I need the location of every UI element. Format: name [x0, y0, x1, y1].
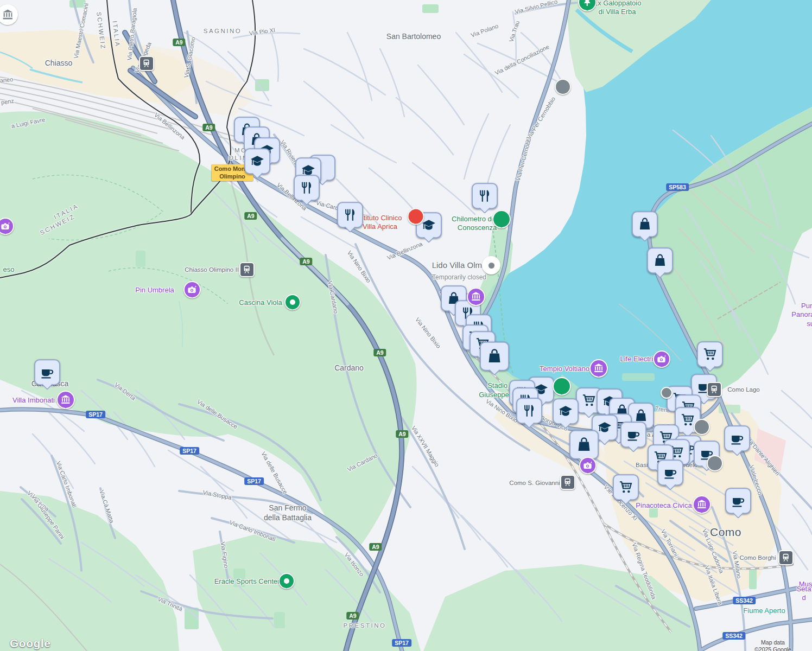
- train-icon: [142, 59, 151, 68]
- train-poi-marker[interactable]: [707, 382, 722, 397]
- train-icon: [709, 385, 719, 394]
- greendot-poi-marker[interactable]: [278, 573, 295, 589]
- boat-poi-marker[interactable]: [553, 377, 571, 395]
- camera-poi-marker[interactable]: [653, 350, 670, 368]
- rest-icon: [342, 207, 358, 222]
- coffee-icon: [731, 493, 746, 508]
- museum-poi-marker[interactable]: [56, 391, 75, 409]
- camera-icon: [656, 354, 667, 365]
- train-icon: [563, 477, 572, 487]
- rest-poi-pin[interactable]: [337, 202, 363, 228]
- bag-icon: [652, 253, 668, 268]
- flower-poi-marker[interactable]: [492, 210, 511, 228]
- cart-poi-pin[interactable]: [697, 341, 723, 367]
- grad-icon: [421, 218, 436, 233]
- google-logo[interactable]: Google: [10, 637, 50, 650]
- museum-icon: [470, 291, 482, 303]
- museum-icon: [60, 394, 72, 406]
- graydot-poi-marker[interactable]: [661, 387, 673, 399]
- bag-poi-pin[interactable]: [569, 430, 599, 459]
- cart-poi-pin[interactable]: [613, 474, 639, 500]
- bag-icon: [637, 216, 652, 232]
- coffee-icon: [663, 465, 678, 480]
- camera-poi-marker[interactable]: [579, 457, 597, 474]
- coffee-poi-pin[interactable]: [724, 425, 750, 451]
- lido-poi-marker[interactable]: [482, 256, 500, 275]
- camera-icon: [0, 221, 11, 232]
- coffee-icon: [729, 431, 745, 446]
- rest-icon: [522, 403, 537, 418]
- bag-poi-pin[interactable]: [647, 247, 673, 273]
- rest-poi-pin[interactable]: [294, 175, 320, 201]
- camera-poi-marker[interactable]: [0, 218, 14, 235]
- train-poi-marker[interactable]: [239, 262, 255, 277]
- cart-icon: [702, 347, 718, 362]
- rest-icon: [477, 188, 492, 203]
- camera-icon: [582, 460, 593, 471]
- rest-poi-pin[interactable]: [516, 398, 542, 424]
- bag-icon: [633, 408, 649, 423]
- coffee-icon: [40, 365, 55, 380]
- train-icon: [781, 553, 790, 562]
- train-poi-marker[interactable]: [778, 550, 794, 565]
- coffee-poi-pin[interactable]: [725, 488, 751, 514]
- cross-poi-marker[interactable]: [694, 419, 710, 435]
- museum-icon: [1, 8, 14, 21]
- bag-icon: [486, 348, 503, 365]
- map-markers-layer: [0, 0, 812, 651]
- museum-poi-marker[interactable]: [589, 359, 608, 378]
- museum-poi-marker[interactable]: [467, 288, 485, 306]
- grad-icon: [597, 420, 612, 435]
- coffee-poi-pin[interactable]: [34, 359, 60, 385]
- rest-poi-pin[interactable]: [472, 183, 498, 209]
- museum-icon: [696, 499, 708, 510]
- grad-poi-pin[interactable]: [244, 148, 270, 174]
- coffee-poi-pin[interactable]: [657, 459, 683, 486]
- grad-icon: [558, 404, 573, 419]
- coffee-icon: [626, 427, 641, 442]
- bag-poi-pin[interactable]: [480, 342, 509, 371]
- cart-icon: [618, 480, 633, 495]
- bag-icon: [575, 436, 593, 454]
- hospital-icon: [410, 211, 421, 221]
- camera-icon: [187, 284, 198, 295]
- museum-icon: [593, 362, 605, 374]
- museum-poi-marker[interactable]: [693, 495, 711, 514]
- google-maps-canvas: { "app": {"name": "map-view"}, "attribut…: [0, 0, 812, 651]
- train-icon: [242, 265, 251, 274]
- greendot-poi-marker[interactable]: [284, 294, 301, 310]
- grad-poi-pin[interactable]: [553, 398, 579, 424]
- coffee-poi-pin[interactable]: [620, 422, 646, 448]
- cross-poi-marker[interactable]: [707, 455, 723, 471]
- train-poi-marker[interactable]: [139, 56, 154, 71]
- cart-icon: [581, 393, 597, 408]
- fountain-poi-marker[interactable]: [555, 79, 571, 95]
- bag-poi-pin[interactable]: [632, 211, 658, 237]
- train-poi-marker[interactable]: [560, 475, 575, 490]
- tree-poi-marker[interactable]: [578, 0, 597, 11]
- museum-white-poi-marker[interactable]: [0, 4, 18, 25]
- grad-icon: [250, 154, 265, 169]
- camera-poi-marker[interactable]: [183, 281, 201, 298]
- cart-icon: [680, 412, 695, 427]
- rest-icon: [299, 180, 314, 195]
- hospital-poi-marker[interactable]: [408, 208, 424, 225]
- tree-icon: [581, 0, 593, 8]
